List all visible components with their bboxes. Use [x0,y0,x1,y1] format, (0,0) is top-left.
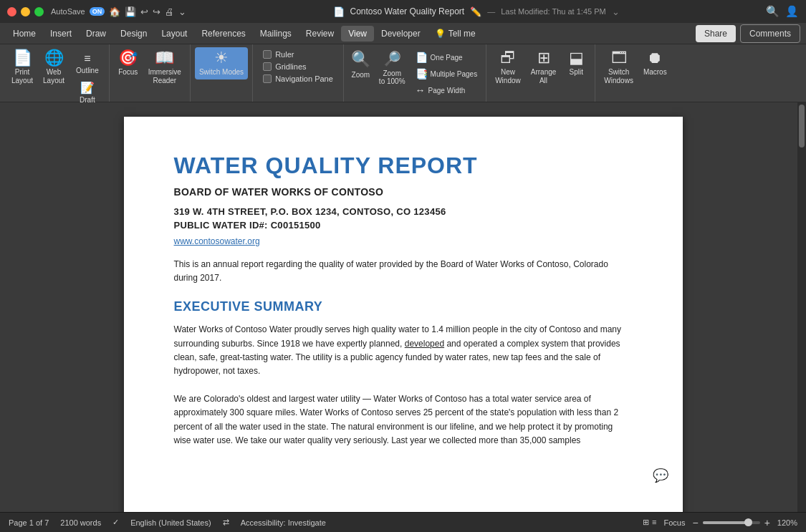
ribbon-group-views: 📄 Print Layout 🌐 WebLayout ≡ Outline 📝 D… [3,44,110,102]
menu-tell-me[interactable]: 💡 Tell me [428,26,483,42]
arrange-all-icon: ⊞ [537,50,550,66]
save-icon[interactable]: 💾 [125,6,136,17]
zoom-100-button[interactable]: 🔎 Zoomto 100% [376,47,408,88]
print-layout-button[interactable]: 📄 Print Layout [7,47,37,88]
menu-view[interactable]: View [341,26,374,42]
document-title: Contoso Water Quality Report [350,6,465,16]
ribbon-group-switch-windows: 🗔 SwitchWindows ⏺ Macros [595,44,675,102]
accessibility-status[interactable]: Accessibility: Investigate [241,518,326,527]
ruler-check[interactable]: Ruler [263,50,333,59]
redo-icon[interactable]: ↪ [153,6,160,17]
zoom-percent: 120% [777,518,797,527]
print-layout-label: Print Layout [11,68,33,85]
website-link[interactable]: www.contosowater.org [174,236,633,246]
menu-layout[interactable]: Layout [154,26,194,42]
page-width-button[interactable]: ↔ Page Width [413,83,481,97]
zoom-fill [703,521,746,524]
macros-button[interactable]: ⏺ Macros [639,47,671,79]
account-icon[interactable]: 👤 [785,5,799,18]
gridlines-check[interactable]: Gridlines [263,62,333,71]
intro-text: This is an annual report regarding the q… [174,258,633,285]
language[interactable]: English (United States) [130,518,211,527]
menu-insert[interactable]: Insert [43,26,79,42]
zoom-plus-button[interactable]: + [764,517,770,528]
outline-button[interactable]: ≡ Outline [73,50,102,77]
minimize-button[interactable] [21,7,30,16]
switch-windows-button[interactable]: 🗔 SwitchWindows [600,47,638,88]
more-icon[interactable]: ⌄ [178,6,186,17]
focus-label: Focus [118,68,138,77]
comment-icon[interactable]: 💬 [653,468,668,483]
zoom-knob[interactable] [744,518,752,526]
ribbon-group-focus: 🎯 Focus 📖 ImmersiveReader [110,44,191,102]
scroll-track[interactable] [797,102,806,512]
switch-modes-label: Switch Modes [199,68,244,77]
nav-pane-checkbox[interactable] [263,74,272,83]
proofing-icon[interactable]: ✓ [112,518,119,527]
address: 319 W. 4TH STREET, P.O. BOX 1234, CONTOS… [174,206,633,217]
arrange-all-button[interactable]: ⊞ ArrangeAll [527,47,561,88]
track-changes-icon[interactable]: ⇄ [223,518,229,527]
maximize-button[interactable] [34,7,44,16]
outline-icon: ≡ [84,52,90,65]
ribbon-checks: Ruler Gridlines Navigation Pane [257,47,339,86]
scroll-thumb[interactable] [799,105,805,147]
split-button[interactable]: ⬓ Split [562,47,590,79]
zoom-100-icon: 🔎 [383,50,401,67]
focus-button[interactable]: Focus [664,518,686,527]
menu-references[interactable]: References [194,26,252,42]
new-window-button[interactable]: 🗗 NewWindow [491,47,525,88]
traffic-lights [7,7,44,16]
menu-draw[interactable]: Draw [79,26,113,42]
multiple-pages-icon: 📑 [416,68,428,79]
autosave-toggle[interactable]: ON [90,7,105,16]
title-bar-right: 🔍 👤 [766,5,799,18]
last-modified: Last Modified: Thu at 1:45 PM [501,7,606,16]
ribbon-group-zoom: 🔍 Zoom 🔎 Zoomto 100% 📄 One Page 📑 Multip… [344,44,486,102]
gridlines-checkbox[interactable] [263,62,272,71]
page-indicator: Page 1 of 7 [9,518,49,527]
undo-icon[interactable]: ↩ [140,6,148,17]
menu-home[interactable]: Home [6,26,43,42]
comments-button[interactable]: Comments [740,24,800,43]
menu-design[interactable]: Design [113,26,154,42]
menu-review[interactable]: Review [299,26,341,42]
public-id: PUBLIC WATER ID#: C00151500 [174,220,633,231]
nav-pane-check[interactable]: Navigation Pane [263,74,333,83]
home-icon[interactable]: 🏠 [109,6,120,17]
switch-modes-button[interactable]: ☀ Switch Modes [195,47,248,79]
menu-mailings[interactable]: Mailings [253,26,299,42]
multiple-pages-button[interactable]: 📑 Multiple Pages [413,67,481,81]
ribbon-group-window: 🗗 NewWindow ⊞ ArrangeAll ⬓ Split [486,44,595,102]
zoom-slider[interactable]: − + [692,517,769,528]
window-items: 🗗 NewWindow ⊞ ArrangeAll ⬓ Split [491,47,590,100]
lamp-icon: 💡 [435,29,446,39]
close-button[interactable] [7,7,16,16]
menu-developer[interactable]: Developer [374,26,428,42]
search-icon[interactable]: 🔍 [766,5,779,18]
board-title: BOARD OF WATER WORKS OF CONTOSO [174,186,633,198]
share-button[interactable]: Share [696,25,736,42]
draft-icon: 📝 [80,81,95,95]
zoom-button[interactable]: 🔍 Zoom [348,47,373,82]
page-width-label: Page Width [428,87,466,95]
nav-pane-label: Navigation Pane [275,74,333,83]
one-page-icon: 📄 [416,52,428,63]
grid-icon: ⊞ [643,518,649,527]
one-page-button[interactable]: 📄 One Page [413,50,481,64]
print-icon[interactable]: 🖨 [165,6,174,17]
ruler-label: Ruler [275,50,294,59]
switch-items: ☀ Switch Modes [195,47,248,100]
web-layout-button[interactable]: 🌐 WebLayout [39,47,69,88]
focus-button[interactable]: 🎯 Focus [114,47,143,79]
column-icons[interactable]: ⊞ ≡ [643,518,656,527]
switch-modes-icon: ☀ [214,50,229,66]
switch-windows-label: SwitchWindows [604,68,633,85]
ribbon-groups: 📄 Print Layout 🌐 WebLayout ≡ Outline 📝 D… [3,44,803,102]
ruler-checkbox[interactable] [263,50,272,59]
para2-text: We are Colorado's oldest and largest wat… [174,392,633,448]
switch-windows-icon: 🗔 [611,50,627,66]
zoom-minus-button[interactable]: − [692,517,698,528]
immersive-reader-button[interactable]: 📖 ImmersiveReader [144,47,186,88]
zoom-bar[interactable] [703,521,760,524]
